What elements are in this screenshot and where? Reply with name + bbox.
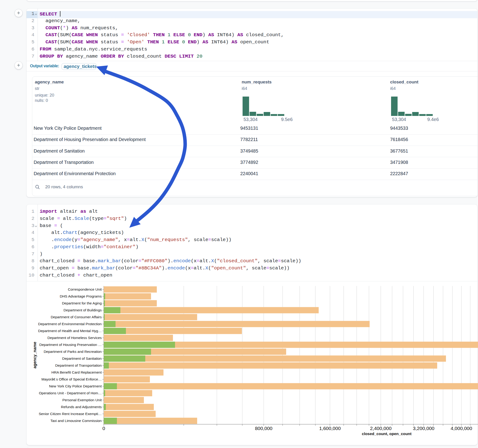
svg-text:Operations Unit - Department o: Operations Unit - Department of Hom…: [39, 391, 102, 395]
svg-text:HRA Benefit Card Replacement: HRA Benefit Card Replacement: [51, 370, 102, 374]
svg-text:Personal Exemption Unit: Personal Exemption Unit: [62, 398, 102, 402]
svg-text:New York City Police Departmen: New York City Police Department: [49, 384, 102, 388]
svg-text:Department of Sanitation: Department of Sanitation: [62, 356, 102, 361]
svg-text:4,000,000: 4,000,000: [451, 426, 472, 431]
svg-text:DHS Advantage Programs: DHS Advantage Programs: [60, 294, 102, 298]
svg-text:Department of Buildings: Department of Buildings: [64, 308, 102, 312]
svg-text:Senior Citizen Rent Increase E: Senior Citizen Rent Increase Exempti…: [39, 412, 102, 416]
svg-text:Department of Parks and Recrea: Department of Parks and Recreation: [44, 350, 102, 354]
svg-text:Department of Consumer Affairs: Department of Consumer Affairs: [51, 315, 102, 319]
svg-text:Department for the Aging: Department for the Aging: [62, 301, 102, 305]
svg-text:Mayorâ€ s Office of Special En: Mayorâ€ s Office of Special Enforce…: [42, 377, 102, 381]
svg-text:Department of Homeless Service: Department of Homeless Services: [48, 336, 102, 340]
svg-text:Department of Housing Preserva: Department of Housing Preservation …: [39, 343, 102, 347]
svg-text:agency_name: agency_name: [32, 342, 37, 368]
svg-text:Correspondence Unit: Correspondence Unit: [68, 287, 102, 291]
svg-text:Refunds and Adjustments: Refunds and Adjustments: [61, 405, 102, 409]
svg-text:closed_count, open_count: closed_count, open_count: [362, 432, 412, 436]
svg-text:Department of Environmental Pr: Department of Environmental Protection: [38, 322, 102, 326]
svg-text:3,200,000: 3,200,000: [413, 426, 434, 431]
svg-text:800,000: 800,000: [255, 426, 273, 431]
svg-text:0: 0: [102, 426, 105, 431]
svg-text:Department of Transportation: Department of Transportation: [55, 363, 102, 367]
svg-text:Department of Health and Menta: Department of Health and Mental Hyg…: [38, 329, 102, 333]
svg-text:Taxi and Limousine Commission: Taxi and Limousine Commission: [50, 419, 102, 423]
svg-text:1,600,000: 1,600,000: [319, 426, 340, 431]
svg-text:2,400,000: 2,400,000: [370, 426, 391, 431]
